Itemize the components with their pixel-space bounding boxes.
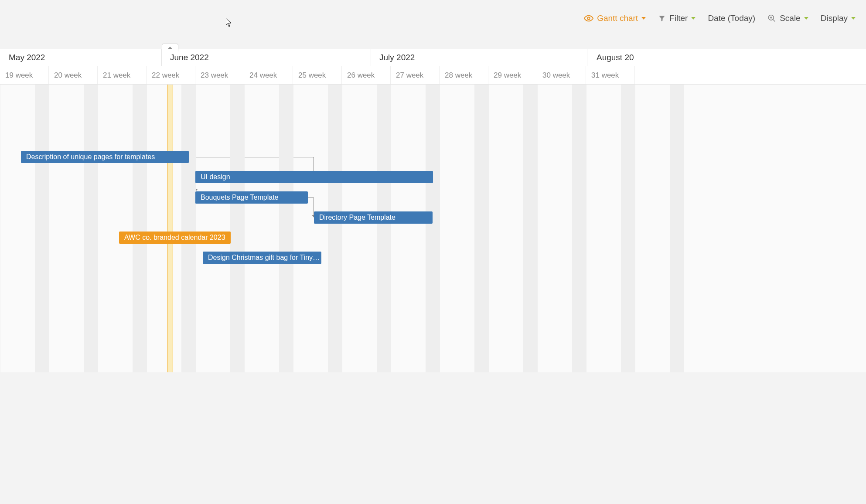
- scale-dropdown[interactable]: Scale: [767, 14, 808, 23]
- task-bar[interactable]: Design Christmas gift bag for Tiny…: [203, 252, 321, 264]
- svg-line-2: [773, 20, 775, 22]
- task-label: Directory Page Template: [319, 214, 395, 221]
- task-label: Bouquets Page Template: [201, 194, 279, 201]
- chevron-down-icon: [851, 17, 856, 20]
- week-header-cell[interactable]: 31 week: [586, 66, 635, 84]
- week-header-cell[interactable]: 24 week: [244, 66, 293, 84]
- filter-icon: [658, 14, 666, 22]
- chevron-down-icon: [804, 17, 808, 20]
- scale-label: Scale: [780, 14, 801, 23]
- task-label: AWC co. branded calendar 2023: [124, 234, 225, 242]
- grid-line: [586, 85, 586, 372]
- weekend-stripe: [426, 85, 440, 372]
- weekend-stripe: [230, 85, 244, 372]
- week-header-cell[interactable]: 22 week: [147, 66, 195, 84]
- task-bar[interactable]: Bouquets Page Template: [195, 191, 308, 204]
- grid-line: [635, 85, 635, 372]
- month-label: May 2022: [9, 53, 45, 62]
- month-divider: [371, 49, 371, 66]
- month-divider: [161, 49, 162, 66]
- week-header-cell[interactable]: 19 week: [0, 66, 49, 84]
- week-header-cell[interactable]: 30 week: [537, 66, 586, 84]
- weekend-stripe: [328, 85, 342, 372]
- grid-line: [244, 85, 245, 372]
- grid-line: [488, 85, 489, 372]
- display-label: Display: [821, 14, 848, 23]
- date-label: Date (Today): [708, 14, 755, 23]
- grid-line: [49, 85, 49, 372]
- week-header-cell[interactable]: 28 week: [440, 66, 488, 84]
- task-label: Description of unique pages for template…: [26, 153, 155, 161]
- weekend-stripe: [84, 85, 98, 372]
- zoom-in-icon: [767, 14, 776, 23]
- toolbar: Gantt chart Filter Date (Today) Scale Di…: [0, 0, 866, 49]
- view-label: Gantt chart: [597, 14, 638, 23]
- grid-line: [147, 85, 147, 372]
- weekend-stripe: [279, 85, 293, 372]
- chevron-down-icon: [691, 17, 696, 20]
- week-header-row: 19 week20 week21 week22 week23 week24 we…: [0, 66, 866, 85]
- today-marker[interactable]: [167, 85, 173, 372]
- filter-label: Filter: [669, 14, 688, 23]
- week-header-cell[interactable]: 25 week: [293, 66, 342, 84]
- chevron-down-icon: [641, 17, 646, 20]
- grid-line: [98, 85, 98, 372]
- task-bar[interactable]: Directory Page Template: [314, 211, 433, 224]
- grid-line: [440, 85, 440, 372]
- week-header-cell[interactable]: 29 week: [488, 66, 537, 84]
- task-bar[interactable]: Description of unique pages for template…: [21, 151, 189, 163]
- filter-dropdown[interactable]: Filter: [658, 14, 696, 23]
- week-header-cell[interactable]: 27 week: [391, 66, 440, 84]
- weekend-stripe: [35, 85, 49, 372]
- month-divider: [587, 49, 587, 66]
- date-today-button[interactable]: Date (Today): [708, 14, 755, 23]
- timeline: May 2022June 2022July 2022August 20 19 w…: [0, 49, 866, 372]
- grid-line: [293, 85, 293, 372]
- week-header-cell[interactable]: 21 week: [98, 66, 147, 84]
- grid-line: [0, 85, 0, 372]
- weekend-stripe: [181, 85, 195, 372]
- gantt-chart-area[interactable]: Description of unique pages for template…: [0, 85, 866, 372]
- grid-line: [195, 85, 196, 372]
- svg-point-0: [587, 17, 590, 20]
- eye-icon: [584, 14, 593, 23]
- grid-line: [537, 85, 538, 372]
- week-header-cell[interactable]: 20 week: [49, 66, 98, 84]
- weekend-stripe: [572, 85, 586, 372]
- display-dropdown[interactable]: Display: [821, 14, 856, 23]
- view-dropdown[interactable]: Gantt chart: [584, 14, 646, 23]
- month-label: June 2022: [170, 53, 209, 62]
- today-handle[interactable]: [162, 44, 178, 51]
- weekend-stripe: [523, 85, 537, 372]
- week-header-cell[interactable]: 23 week: [195, 66, 244, 84]
- month-label: July 2022: [379, 53, 415, 62]
- task-bar[interactable]: AWC co. branded calendar 2023: [119, 232, 231, 244]
- month-header-row: May 2022June 2022July 2022August 20: [0, 49, 866, 66]
- weekend-stripe: [133, 85, 147, 372]
- month-label: August 20: [597, 53, 634, 62]
- week-header-cell[interactable]: 26 week: [342, 66, 391, 84]
- grid-line: [391, 85, 391, 372]
- weekend-stripe: [377, 85, 391, 372]
- task-label: UI design: [201, 173, 230, 181]
- dependency-line: [308, 198, 314, 217]
- weekend-stripe: [621, 85, 635, 372]
- task-bar[interactable]: UI design: [195, 171, 433, 183]
- task-label: Design Christmas gift bag for Tiny…: [208, 254, 320, 262]
- weekend-stripe: [474, 85, 488, 372]
- weekend-stripe: [670, 85, 684, 372]
- grid-line: [342, 85, 342, 372]
